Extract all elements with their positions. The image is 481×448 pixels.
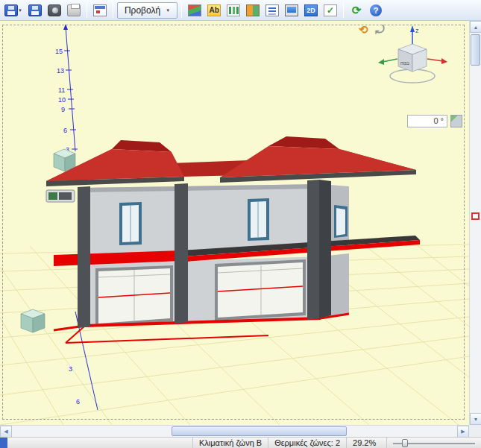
- checkmark-icon: ✓: [324, 4, 337, 16]
- toggle-2d-button[interactable]: 2D: [302, 1, 320, 19]
- section-widget[interactable]: [46, 190, 75, 202]
- pan-icon[interactable]: ⤾: [375, 24, 385, 36]
- toolbar-separator: [113, 3, 113, 18]
- z-axis-labels: 15 13 11 10 9 6 3 3 6: [55, 24, 80, 406]
- refresh-button[interactable]: ⟳: [348, 1, 365, 19]
- scroll-left-arrow-icon[interactable]: ◀: [0, 426, 12, 438]
- snapshot-button[interactable]: [45, 1, 63, 19]
- axis-arrowhead: [63, 24, 68, 30]
- svg-text:3: 3: [69, 365, 72, 373]
- horizontal-scroll-thumb[interactable]: [172, 426, 347, 436]
- 3d-scene: 15 13 11 10 9 6 3 3 6: [0, 21, 469, 425]
- orbit-icon[interactable]: ⟲: [359, 24, 368, 36]
- zoom-percent-label: 29.2%: [353, 438, 376, 447]
- svg-text:6: 6: [63, 127, 67, 134]
- camera-icon: [48, 4, 61, 16]
- scroll-right-arrow-icon[interactable]: ▶: [457, 426, 469, 438]
- scrollbar-corner: [469, 425, 481, 437]
- thermal-zones-label: Θερμικές ζώνες: 2: [274, 438, 340, 447]
- svg-text:9: 9: [61, 106, 65, 113]
- status-accent: [0, 438, 7, 448]
- svg-text:11: 11: [58, 86, 65, 94]
- display-icon: [93, 4, 107, 16]
- text-labels-button[interactable]: Ab: [205, 1, 223, 19]
- cube-z-label: z: [415, 27, 419, 34]
- floppy-icon: [4, 4, 18, 16]
- status-climate-zone: Κλιματική ζώνη Β: [192, 438, 268, 448]
- chevron-down-icon: ▼: [166, 8, 170, 13]
- svg-text:10: 10: [58, 96, 66, 104]
- materials-button[interactable]: [244, 1, 262, 19]
- layers-icon: [188, 4, 201, 16]
- document-icon: [265, 4, 279, 16]
- svg-text:6: 6: [76, 398, 80, 406]
- angle-tool-icon[interactable]: [450, 115, 462, 127]
- corner-column-side: [319, 180, 331, 318]
- save-button[interactable]: ▼: [2, 1, 25, 19]
- vertical-scrollbar[interactable]: ▲ ▼: [469, 21, 481, 425]
- floppy-export-icon: [28, 4, 42, 16]
- chart-button[interactable]: [224, 1, 242, 19]
- scroll-marker[interactable]: [471, 212, 480, 220]
- workspace-button[interactable]: [91, 1, 109, 19]
- help-button[interactable]: ?: [367, 1, 385, 19]
- toolbar-separator: [343, 3, 344, 18]
- vertical-scroll-thumb[interactable]: [471, 34, 480, 66]
- app-window: ▼ Προβολή ▼ Ab: [0, 0, 481, 448]
- chevron-down-icon: ▼: [18, 8, 22, 13]
- scroll-up-arrow-icon[interactable]: ▲: [470, 21, 481, 33]
- zoom-slider-thumb[interactable]: [402, 439, 408, 447]
- rotation-angle-input[interactable]: 0 °: [407, 115, 447, 127]
- helper-cube-lower[interactable]: [21, 309, 45, 332]
- scroll-down-arrow-icon[interactable]: ▼: [470, 413, 481, 425]
- horizontal-scrollbar[interactable]: ◀ ▶: [0, 425, 469, 437]
- toolbar-separator: [181, 3, 182, 18]
- 2d-mode-icon: 2D: [304, 4, 318, 16]
- printer-icon: [67, 4, 81, 16]
- monitor-icon: [285, 4, 298, 16]
- bar-chart-icon: [227, 4, 240, 16]
- helper-cube-upper[interactable]: [54, 149, 75, 171]
- main-toolbar: ▼ Προβολή ▼ Ab: [0, 0, 481, 21]
- svg-text:15: 15: [55, 48, 63, 55]
- report-button[interactable]: [263, 1, 281, 19]
- svg-text:13: 13: [57, 67, 64, 75]
- toolbar-separator: [87, 3, 87, 18]
- refresh-icon: ⟳: [350, 4, 363, 16]
- building-model[interactable]: [46, 136, 420, 343]
- view-dropdown-button[interactable]: Προβολή ▼: [117, 2, 177, 19]
- text-label-icon: Ab: [207, 4, 221, 16]
- render-view-button[interactable]: [283, 1, 301, 19]
- checklist-button[interactable]: ✓: [321, 1, 339, 19]
- materials-icon: [246, 4, 260, 16]
- status-thermal-zones: Θερμικές ζώνες: 2: [268, 438, 346, 448]
- layers-button[interactable]: [186, 1, 204, 19]
- print-button[interactable]: [65, 1, 83, 19]
- navigation-cube[interactable]: z ΠΙΣΩ: [378, 25, 447, 83]
- status-bar: Κλιματική ζώνη Β Θερμικές ζώνες: 2 29.2%: [0, 437, 481, 448]
- help-icon: ?: [370, 4, 382, 16]
- climate-zone-label: Κλιματική ζώνη Β: [199, 438, 262, 447]
- save-as-button[interactable]: [26, 1, 44, 19]
- status-zoom-percent: 29.2%: [346, 438, 382, 448]
- 3d-viewport[interactable]: 15 13 11 10 9 6 3 3 6: [0, 21, 469, 425]
- zoom-slider[interactable]: [386, 438, 481, 448]
- cube-face-label: ΠΙΣΩ: [400, 61, 409, 66]
- view-dropdown-label: Προβολή: [125, 5, 160, 16]
